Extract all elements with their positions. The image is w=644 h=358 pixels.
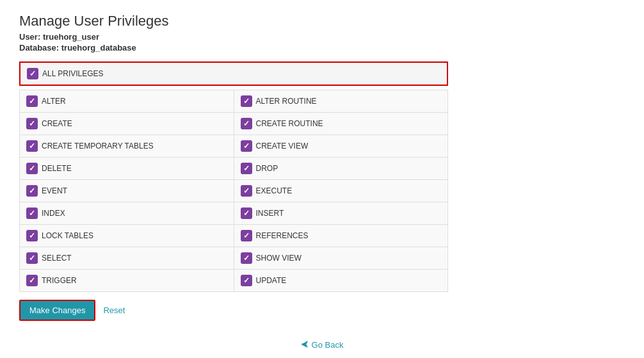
go-back-row: ⮜Go Back	[19, 340, 625, 350]
checkbox-alter_routine[interactable]	[241, 95, 252, 107]
go-back-link[interactable]: ⮜Go Back	[301, 340, 344, 350]
priv-label-create_routine: CREATE ROUTINE	[256, 119, 323, 128]
checkbox-drop[interactable]	[241, 163, 252, 174]
priv-label-alter: ALTER	[42, 97, 66, 106]
make-changes-button[interactable]: Make Changes	[19, 300, 95, 321]
priv-cell-insert: INSERT	[234, 202, 448, 224]
checkbox-create_routine[interactable]	[241, 118, 252, 129]
priv-label-show_view: SHOW VIEW	[256, 254, 302, 263]
priv-label-create_view: CREATE VIEW	[256, 142, 309, 151]
priv-row: DELETEDROP	[20, 158, 447, 180]
all-privileges-row: ALL PRIVILEGES	[19, 61, 448, 86]
priv-cell-lock_tables: LOCK TABLES	[20, 225, 234, 247]
priv-label-index: INDEX	[42, 209, 65, 218]
checkbox-trigger[interactable]	[26, 275, 38, 286]
priv-row: LOCK TABLESREFERENCES	[20, 225, 447, 247]
reset-link[interactable]: Reset	[103, 305, 125, 315]
priv-cell-delete: DELETE	[20, 158, 234, 179]
priv-cell-index: INDEX	[20, 202, 234, 224]
priv-cell-trigger: TRIGGER	[20, 270, 234, 291]
checkbox-select[interactable]	[26, 252, 38, 264]
checkbox-execute[interactable]	[241, 185, 252, 197]
priv-label-references: REFERENCES	[256, 231, 309, 240]
priv-row: EVENTEXECUTE	[20, 180, 447, 202]
priv-label-trigger: TRIGGER	[42, 276, 77, 285]
priv-cell-drop: DROP	[234, 158, 448, 179]
priv-label-select: SELECT	[42, 254, 72, 263]
user-info: User: truehorg_user	[19, 32, 625, 42]
privileges-grid: ALTERALTER ROUTINECREATECREATE ROUTINECR…	[19, 90, 448, 292]
priv-label-execute: EXECUTE	[256, 186, 293, 195]
checkbox-delete[interactable]	[26, 163, 38, 174]
priv-label-insert: INSERT	[256, 209, 284, 218]
checkbox-create_temporary_tables[interactable]	[26, 140, 38, 152]
checkbox-lock_tables[interactable]	[26, 230, 38, 241]
priv-label-create: CREATE	[42, 119, 72, 128]
checkbox-create_view[interactable]	[241, 140, 252, 152]
go-back-label: Go Back	[312, 340, 344, 350]
priv-cell-show_view: SHOW VIEW	[234, 247, 448, 269]
priv-cell-create_routine: CREATE ROUTINE	[234, 113, 448, 134]
priv-row: INDEXINSERT	[20, 202, 447, 225]
checkbox-event[interactable]	[26, 185, 38, 197]
checkbox-insert[interactable]	[241, 207, 252, 219]
checkbox-references[interactable]	[241, 230, 252, 241]
go-back-icon: ⮜	[301, 340, 309, 350]
checkbox-update[interactable]	[241, 275, 252, 286]
priv-cell-references: REFERENCES	[234, 225, 448, 247]
priv-label-event: EVENT	[42, 186, 67, 195]
priv-row: CREATECREATE ROUTINE	[20, 113, 447, 135]
actions-row: Make Changes Reset	[19, 300, 625, 321]
checkbox-show_view[interactable]	[241, 252, 252, 264]
user-label: User:	[19, 32, 40, 42]
page-title: Manage User Privileges	[19, 13, 625, 29]
user-value: truehorg_user	[43, 32, 99, 42]
checkbox-index[interactable]	[26, 207, 38, 219]
db-value: truehorg_database	[61, 43, 136, 53]
priv-cell-alter: ALTER	[20, 90, 234, 112]
priv-cell-create_view: CREATE VIEW	[234, 135, 448, 157]
priv-cell-alter_routine: ALTER ROUTINE	[234, 90, 448, 112]
priv-row: ALTERALTER ROUTINE	[20, 90, 447, 113]
checkbox-alter[interactable]	[26, 95, 38, 107]
priv-label-update: UPDATE	[256, 276, 287, 285]
priv-label-alter_routine: ALTER ROUTINE	[256, 97, 317, 106]
db-info: Database: truehorg_database	[19, 43, 625, 53]
priv-label-create_temporary_tables: CREATE TEMPORARY TABLES	[42, 142, 154, 151]
priv-row: CREATE TEMPORARY TABLESCREATE VIEW	[20, 135, 447, 158]
priv-cell-create_temporary_tables: CREATE TEMPORARY TABLES	[20, 135, 234, 157]
priv-cell-execute: EXECUTE	[234, 180, 448, 202]
priv-row: SELECTSHOW VIEW	[20, 247, 447, 270]
priv-cell-select: SELECT	[20, 247, 234, 269]
checkbox-create[interactable]	[26, 118, 38, 129]
priv-label-drop: DROP	[256, 164, 278, 173]
all-privileges-checkbox[interactable]	[27, 68, 38, 79]
priv-cell-event: EVENT	[20, 180, 234, 202]
priv-label-delete: DELETE	[42, 164, 72, 173]
priv-label-lock_tables: LOCK TABLES	[42, 231, 93, 240]
all-privileges-label: ALL PRIVILEGES	[42, 69, 104, 78]
priv-row: TRIGGERUPDATE	[20, 270, 447, 291]
priv-cell-create: CREATE	[20, 113, 234, 134]
priv-cell-update: UPDATE	[234, 270, 448, 291]
db-label: Database:	[19, 43, 59, 53]
